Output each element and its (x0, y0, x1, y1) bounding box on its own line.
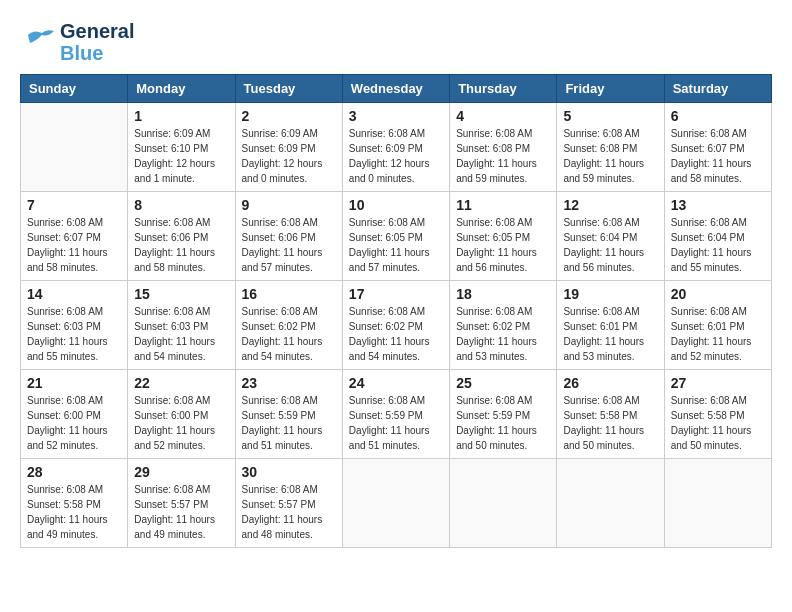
day-cell: 7Sunrise: 6:08 AMSunset: 6:07 PMDaylight… (21, 192, 128, 281)
day-cell: 16Sunrise: 6:08 AMSunset: 6:02 PMDayligh… (235, 281, 342, 370)
day-cell: 29Sunrise: 6:08 AMSunset: 5:57 PMDayligh… (128, 459, 235, 548)
day-number: 4 (456, 108, 550, 124)
day-info: Sunrise: 6:09 AMSunset: 6:10 PMDaylight:… (134, 126, 228, 186)
day-number: 2 (242, 108, 336, 124)
day-number: 20 (671, 286, 765, 302)
day-info: Sunrise: 6:08 AMSunset: 6:09 PMDaylight:… (349, 126, 443, 186)
day-header-monday: Monday (128, 75, 235, 103)
day-info: Sunrise: 6:08 AMSunset: 6:07 PMDaylight:… (671, 126, 765, 186)
day-info: Sunrise: 6:08 AMSunset: 6:00 PMDaylight:… (134, 393, 228, 453)
day-number: 3 (349, 108, 443, 124)
day-cell (21, 103, 128, 192)
day-info: Sunrise: 6:08 AMSunset: 6:08 PMDaylight:… (563, 126, 657, 186)
day-header-wednesday: Wednesday (342, 75, 449, 103)
day-cell: 20Sunrise: 6:08 AMSunset: 6:01 PMDayligh… (664, 281, 771, 370)
day-cell: 18Sunrise: 6:08 AMSunset: 6:02 PMDayligh… (450, 281, 557, 370)
logo-icon (20, 23, 58, 61)
day-cell: 12Sunrise: 6:08 AMSunset: 6:04 PMDayligh… (557, 192, 664, 281)
week-row-4: 21Sunrise: 6:08 AMSunset: 6:00 PMDayligh… (21, 370, 772, 459)
day-cell: 22Sunrise: 6:08 AMSunset: 6:00 PMDayligh… (128, 370, 235, 459)
day-number: 15 (134, 286, 228, 302)
day-cell (664, 459, 771, 548)
calendar-table: SundayMondayTuesdayWednesdayThursdayFrid… (20, 74, 772, 548)
day-number: 27 (671, 375, 765, 391)
day-cell: 15Sunrise: 6:08 AMSunset: 6:03 PMDayligh… (128, 281, 235, 370)
day-info: Sunrise: 6:09 AMSunset: 6:09 PMDaylight:… (242, 126, 336, 186)
day-cell: 9Sunrise: 6:08 AMSunset: 6:06 PMDaylight… (235, 192, 342, 281)
day-number: 25 (456, 375, 550, 391)
day-info: Sunrise: 6:08 AMSunset: 5:58 PMDaylight:… (27, 482, 121, 542)
logo-general-text: General (60, 20, 134, 42)
day-header-friday: Friday (557, 75, 664, 103)
week-row-5: 28Sunrise: 6:08 AMSunset: 5:58 PMDayligh… (21, 459, 772, 548)
day-number: 7 (27, 197, 121, 213)
logo: General Blue (20, 20, 134, 64)
day-number: 1 (134, 108, 228, 124)
day-number: 14 (27, 286, 121, 302)
day-cell: 17Sunrise: 6:08 AMSunset: 6:02 PMDayligh… (342, 281, 449, 370)
day-cell: 5Sunrise: 6:08 AMSunset: 6:08 PMDaylight… (557, 103, 664, 192)
day-info: Sunrise: 6:08 AMSunset: 6:06 PMDaylight:… (242, 215, 336, 275)
week-row-3: 14Sunrise: 6:08 AMSunset: 6:03 PMDayligh… (21, 281, 772, 370)
day-number: 24 (349, 375, 443, 391)
day-number: 5 (563, 108, 657, 124)
day-info: Sunrise: 6:08 AMSunset: 6:07 PMDaylight:… (27, 215, 121, 275)
day-header-saturday: Saturday (664, 75, 771, 103)
day-number: 26 (563, 375, 657, 391)
day-cell (342, 459, 449, 548)
day-cell: 27Sunrise: 6:08 AMSunset: 5:58 PMDayligh… (664, 370, 771, 459)
week-row-1: 1Sunrise: 6:09 AMSunset: 6:10 PMDaylight… (21, 103, 772, 192)
calendar-header: SundayMondayTuesdayWednesdayThursdayFrid… (21, 75, 772, 103)
day-info: Sunrise: 6:08 AMSunset: 6:01 PMDaylight:… (563, 304, 657, 364)
day-info: Sunrise: 6:08 AMSunset: 6:04 PMDaylight:… (563, 215, 657, 275)
day-info: Sunrise: 6:08 AMSunset: 5:57 PMDaylight:… (242, 482, 336, 542)
day-number: 11 (456, 197, 550, 213)
day-info: Sunrise: 6:08 AMSunset: 6:04 PMDaylight:… (671, 215, 765, 275)
day-info: Sunrise: 6:08 AMSunset: 6:02 PMDaylight:… (349, 304, 443, 364)
day-info: Sunrise: 6:08 AMSunset: 6:08 PMDaylight:… (456, 126, 550, 186)
day-cell: 8Sunrise: 6:08 AMSunset: 6:06 PMDaylight… (128, 192, 235, 281)
day-cell: 23Sunrise: 6:08 AMSunset: 5:59 PMDayligh… (235, 370, 342, 459)
day-cell: 30Sunrise: 6:08 AMSunset: 5:57 PMDayligh… (235, 459, 342, 548)
day-info: Sunrise: 6:08 AMSunset: 6:05 PMDaylight:… (456, 215, 550, 275)
day-cell: 24Sunrise: 6:08 AMSunset: 5:59 PMDayligh… (342, 370, 449, 459)
day-number: 28 (27, 464, 121, 480)
day-info: Sunrise: 6:08 AMSunset: 6:02 PMDaylight:… (242, 304, 336, 364)
day-info: Sunrise: 6:08 AMSunset: 6:01 PMDaylight:… (671, 304, 765, 364)
day-cell: 6Sunrise: 6:08 AMSunset: 6:07 PMDaylight… (664, 103, 771, 192)
day-cell: 25Sunrise: 6:08 AMSunset: 5:59 PMDayligh… (450, 370, 557, 459)
day-cell: 2Sunrise: 6:09 AMSunset: 6:09 PMDaylight… (235, 103, 342, 192)
day-number: 8 (134, 197, 228, 213)
day-info: Sunrise: 6:08 AMSunset: 5:59 PMDaylight:… (242, 393, 336, 453)
day-info: Sunrise: 6:08 AMSunset: 6:02 PMDaylight:… (456, 304, 550, 364)
day-cell: 19Sunrise: 6:08 AMSunset: 6:01 PMDayligh… (557, 281, 664, 370)
day-info: Sunrise: 6:08 AMSunset: 6:05 PMDaylight:… (349, 215, 443, 275)
day-number: 6 (671, 108, 765, 124)
day-info: Sunrise: 6:08 AMSunset: 5:59 PMDaylight:… (349, 393, 443, 453)
svg-rect-0 (20, 23, 58, 61)
page-header: General Blue (20, 20, 772, 64)
day-number: 9 (242, 197, 336, 213)
day-cell (450, 459, 557, 548)
day-cell: 11Sunrise: 6:08 AMSunset: 6:05 PMDayligh… (450, 192, 557, 281)
header-row: SundayMondayTuesdayWednesdayThursdayFrid… (21, 75, 772, 103)
day-cell (557, 459, 664, 548)
day-cell: 28Sunrise: 6:08 AMSunset: 5:58 PMDayligh… (21, 459, 128, 548)
day-info: Sunrise: 6:08 AMSunset: 5:59 PMDaylight:… (456, 393, 550, 453)
day-info: Sunrise: 6:08 AMSunset: 6:00 PMDaylight:… (27, 393, 121, 453)
day-cell: 26Sunrise: 6:08 AMSunset: 5:58 PMDayligh… (557, 370, 664, 459)
day-cell: 14Sunrise: 6:08 AMSunset: 6:03 PMDayligh… (21, 281, 128, 370)
day-number: 29 (134, 464, 228, 480)
day-header-thursday: Thursday (450, 75, 557, 103)
day-cell: 4Sunrise: 6:08 AMSunset: 6:08 PMDaylight… (450, 103, 557, 192)
day-number: 18 (456, 286, 550, 302)
day-number: 19 (563, 286, 657, 302)
day-number: 16 (242, 286, 336, 302)
day-number: 30 (242, 464, 336, 480)
day-info: Sunrise: 6:08 AMSunset: 5:58 PMDaylight:… (563, 393, 657, 453)
day-cell: 10Sunrise: 6:08 AMSunset: 6:05 PMDayligh… (342, 192, 449, 281)
day-info: Sunrise: 6:08 AMSunset: 5:58 PMDaylight:… (671, 393, 765, 453)
day-cell: 3Sunrise: 6:08 AMSunset: 6:09 PMDaylight… (342, 103, 449, 192)
day-info: Sunrise: 6:08 AMSunset: 6:03 PMDaylight:… (134, 304, 228, 364)
day-info: Sunrise: 6:08 AMSunset: 6:03 PMDaylight:… (27, 304, 121, 364)
